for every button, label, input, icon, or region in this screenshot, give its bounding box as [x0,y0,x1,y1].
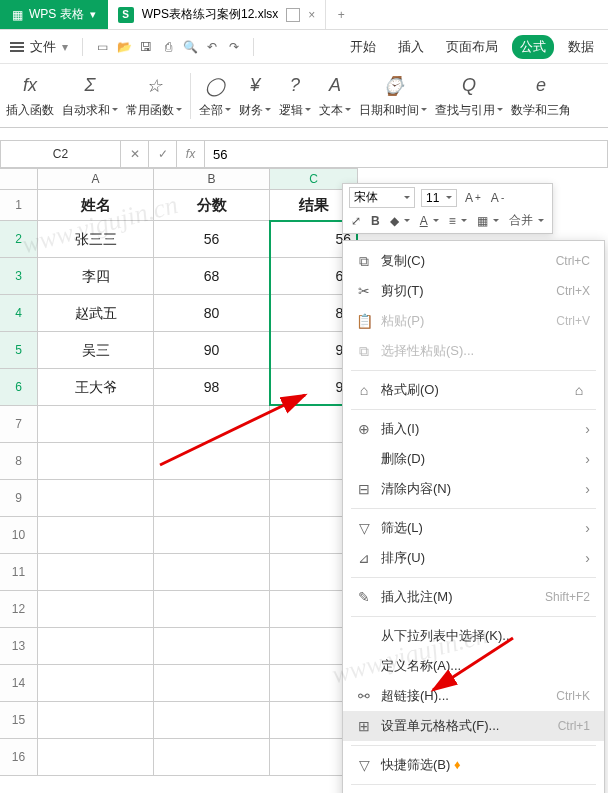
context-menu-item[interactable]: ⊕插入(I) [343,414,604,444]
font-color-button[interactable]: A [418,213,441,229]
cell[interactable] [154,628,270,665]
accept-button[interactable]: ✓ [149,141,177,167]
common-functions-button[interactable]: ☆常用函数 [122,71,186,121]
context-menu-item[interactable]: 从下拉列表中选择(K)... [343,621,604,651]
cell[interactable] [38,517,154,554]
merge-button[interactable]: 合并 [507,211,546,230]
undo-icon[interactable]: ↶ [203,38,221,56]
cell-reference[interactable]: C2 [1,141,121,167]
context-menu-item[interactable]: ▽快捷筛选(B) ♦ [343,750,604,780]
row-header[interactable]: 9 [0,480,38,517]
context-menu-item[interactable]: ▽筛选(L) [343,513,604,543]
insert-function-button[interactable]: fx插入函数 [2,71,58,121]
column-header-A[interactable]: A [38,168,154,190]
cell[interactable]: 李四 [38,258,154,295]
cell[interactable] [38,739,154,776]
cell[interactable] [38,702,154,739]
cell[interactable] [38,480,154,517]
formula-value[interactable]: 56 [205,147,235,162]
row-header[interactable]: 1 [0,190,38,221]
context-menu-item[interactable]: ✂剪切(T)Ctrl+X [343,276,604,306]
fill-color-button[interactable]: ◆ [388,213,412,229]
cell[interactable]: 56 [154,221,270,258]
context-menu-item[interactable]: ⚯超链接(H)...Ctrl+K [343,681,604,711]
cell[interactable] [38,406,154,443]
file-menu[interactable]: 文件 [26,36,60,58]
cell[interactable]: 姓名 [38,190,154,221]
cell[interactable]: 吴三 [38,332,154,369]
column-header-B[interactable]: B [154,168,270,190]
new-tab-button[interactable]: + [326,0,356,29]
window-mode-icon[interactable] [286,8,300,22]
row-header[interactable]: 7 [0,406,38,443]
tab-data[interactable]: 数据 [560,35,602,59]
row-header[interactable]: 12 [0,591,38,628]
context-menu-item[interactable]: ⧉复制(C)Ctrl+C [343,246,604,276]
all-functions-button[interactable]: ◯全部 [195,71,235,121]
cell[interactable] [154,480,270,517]
new-doc-icon[interactable]: ▭ [93,38,111,56]
row-header[interactable]: 10 [0,517,38,554]
cell[interactable] [154,591,270,628]
select-all-corner[interactable] [0,168,38,190]
open-icon[interactable]: 📂 [115,38,133,56]
document-tab[interactable]: S WPS表格练习案例12.xlsx × [108,0,327,29]
cell[interactable] [154,443,270,480]
context-menu-item[interactable]: 批量处理单元格(Q) [343,789,604,793]
cell[interactable]: 68 [154,258,270,295]
cell[interactable] [38,665,154,702]
context-menu-item[interactable]: ⊿排序(U) [343,543,604,573]
lookup-button[interactable]: Q查找与引用 [431,71,507,121]
text-button[interactable]: A文本 [315,71,355,121]
cell[interactable] [154,517,270,554]
font-shrink-icon[interactable]: A- [489,190,506,206]
font-grow-icon[interactable]: A+ [463,190,483,206]
cell[interactable]: 张三三 [38,221,154,258]
cell[interactable] [38,591,154,628]
save-icon[interactable]: 🖫 [137,38,155,56]
tab-pagelayout[interactable]: 页面布局 [438,35,506,59]
tab-formula[interactable]: 公式 [512,35,554,59]
chevron-down-icon[interactable]: ▾ [62,40,68,54]
row-header[interactable]: 3 [0,258,38,295]
cell[interactable] [154,554,270,591]
cell[interactable] [154,702,270,739]
cell[interactable] [38,554,154,591]
row-header[interactable]: 5 [0,332,38,369]
row-header[interactable]: 15 [0,702,38,739]
row-header[interactable]: 6 [0,369,38,406]
row-header[interactable]: 13 [0,628,38,665]
cell[interactable]: 分数 [154,190,270,221]
print-icon[interactable]: ⎙ [159,38,177,56]
datetime-button[interactable]: ⌚日期和时间 [355,71,431,121]
context-menu-item[interactable]: ⌂格式刷(O)⌂ [343,375,604,405]
redo-icon[interactable]: ↷ [225,38,243,56]
logical-button[interactable]: ?逻辑 [275,71,315,121]
context-menu-item[interactable]: ⊞设置单元格格式(F)...Ctrl+1 [343,711,604,741]
row-header[interactable]: 4 [0,295,38,332]
cell[interactable]: 赵武五 [38,295,154,332]
tab-start[interactable]: 开始 [342,35,384,59]
borders-button[interactable]: ▦ [475,213,501,229]
autofit-icon[interactable]: ⤢ [349,213,363,229]
financial-button[interactable]: ¥财务 [235,71,275,121]
cell[interactable]: 90 [154,332,270,369]
tab-insert[interactable]: 插入 [390,35,432,59]
font-select[interactable]: 宋体 [349,187,415,208]
math-button[interactable]: e数学和三角 [507,71,575,121]
cell[interactable]: 王大爷 [38,369,154,406]
row-header[interactable]: 11 [0,554,38,591]
cancel-button[interactable]: ✕ [121,141,149,167]
row-header[interactable]: 8 [0,443,38,480]
cell[interactable] [38,628,154,665]
row-header[interactable]: 14 [0,665,38,702]
context-menu-item[interactable]: 定义名称(A)... [343,651,604,681]
cell[interactable] [38,443,154,480]
mini-toolbar[interactable]: 宋体 11 A+ A- ⤢ B ◆ A ≡ ▦ 合并 [342,183,553,234]
row-header[interactable]: 2 [0,221,38,258]
cell[interactable]: 98 [154,369,270,406]
app-tab[interactable]: ▦ WPS 表格 ▾ [0,0,108,29]
close-tab-icon[interactable]: × [308,8,315,22]
fontsize-select[interactable]: 11 [421,189,457,207]
cell[interactable] [154,739,270,776]
